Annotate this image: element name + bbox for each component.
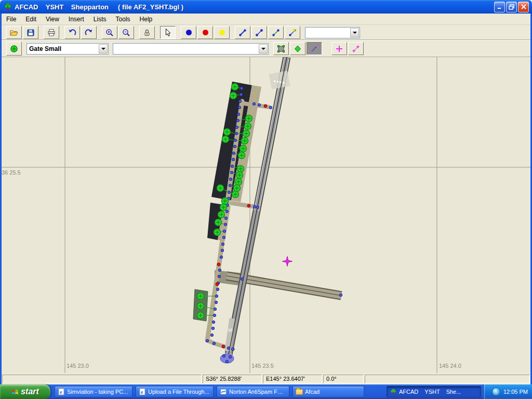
task-upload[interactable]: e Upload a File Through... bbox=[136, 386, 214, 397]
menu-insert[interactable]: Insert bbox=[64, 15, 89, 24]
taxi-node[interactable] bbox=[220, 256, 222, 258]
measure-tool-button[interactable] bbox=[348, 42, 364, 55]
parking-gate[interactable] bbox=[237, 166, 244, 172]
parking-gate[interactable] bbox=[243, 130, 250, 137]
titlebar[interactable]: AFCAD YSHT Shepparton ( file AF2_YSHT.bg… bbox=[0, 0, 532, 14]
task-afcad-active[interactable]: AFCAD YSHT She... bbox=[387, 386, 481, 397]
red-node-tool-button[interactable] bbox=[197, 26, 213, 39]
taxi-node[interactable] bbox=[232, 152, 235, 154]
redo-button[interactable] bbox=[81, 26, 97, 39]
zoom-out-button[interactable] bbox=[118, 26, 134, 39]
taxi-node[interactable] bbox=[225, 360, 228, 363]
taxi-node[interactable] bbox=[229, 184, 231, 187]
taxi-node[interactable] bbox=[232, 158, 234, 161]
parking-gate[interactable] bbox=[232, 84, 238, 90]
taxi-node[interactable] bbox=[235, 126, 238, 128]
gate-tool-button[interactable] bbox=[6, 42, 22, 56]
parking-gate[interactable] bbox=[222, 198, 229, 205]
taxi-node[interactable] bbox=[236, 119, 239, 122]
parking-gate[interactable] bbox=[197, 312, 204, 319]
parking-gate[interactable] bbox=[230, 92, 237, 99]
minimize-button[interactable] bbox=[494, 2, 505, 12]
taxi-node[interactable] bbox=[235, 132, 237, 135]
taxi-node[interactable] bbox=[218, 269, 221, 271]
taxi-node[interactable] bbox=[212, 321, 215, 323]
parking-gate[interactable] bbox=[240, 145, 247, 152]
taxi-node[interactable] bbox=[211, 327, 214, 329]
task-afcad-folder[interactable]: Afcad bbox=[292, 386, 364, 397]
menu-lists[interactable]: Lists bbox=[89, 15, 111, 24]
menu-tools[interactable]: Tools bbox=[111, 15, 135, 24]
gate-name-combobox[interactable] bbox=[113, 43, 269, 55]
parking-gate[interactable] bbox=[220, 204, 227, 211]
taxi-node[interactable] bbox=[226, 204, 229, 206]
hold-node[interactable] bbox=[217, 263, 220, 266]
taxi-node[interactable] bbox=[216, 288, 219, 290]
taxi-node[interactable] bbox=[221, 249, 223, 251]
link-tool-2-button[interactable] bbox=[251, 26, 267, 39]
task-norton[interactable]: Norton AntiSpam Fold... bbox=[217, 386, 289, 397]
taxi-node[interactable] bbox=[258, 103, 260, 106]
vertex-tool-button[interactable] bbox=[290, 42, 305, 55]
taxi-node[interactable] bbox=[221, 243, 224, 245]
link-tool-1-button[interactable] bbox=[235, 26, 250, 39]
taxi-node[interactable] bbox=[241, 277, 243, 280]
taxi-node[interactable] bbox=[223, 230, 225, 232]
task-simviation[interactable]: e Simviation - taking PC... bbox=[55, 386, 132, 397]
open-button[interactable] bbox=[6, 26, 22, 39]
undo-button[interactable] bbox=[64, 26, 80, 39]
taxi-node[interactable] bbox=[229, 178, 232, 180]
select-pointer-button[interactable] bbox=[160, 26, 176, 39]
hold-node[interactable] bbox=[247, 204, 250, 207]
taxi-node[interactable] bbox=[256, 206, 259, 208]
parking-gate[interactable] bbox=[246, 115, 252, 122]
parking-gate[interactable] bbox=[235, 179, 242, 185]
parking-gate[interactable] bbox=[242, 138, 248, 144]
zoom-in-button[interactable] bbox=[102, 26, 117, 39]
taxi-node[interactable] bbox=[240, 87, 243, 89]
taxi-node[interactable] bbox=[252, 102, 255, 105]
menu-view[interactable]: View bbox=[41, 15, 64, 24]
taxi-node[interactable] bbox=[213, 314, 216, 316]
taxi-node[interactable] bbox=[240, 93, 242, 96]
taxi-node[interactable] bbox=[269, 106, 272, 109]
parking-gate[interactable] bbox=[236, 172, 243, 179]
lock-button[interactable] bbox=[139, 26, 155, 39]
parking-gate[interactable] bbox=[222, 136, 229, 143]
start-button[interactable]: start bbox=[0, 384, 50, 399]
gate-type-arrow-icon[interactable] bbox=[99, 44, 108, 54]
taxi-node[interactable] bbox=[253, 205, 256, 208]
taxi-node[interactable] bbox=[212, 342, 215, 344]
taxi-node[interactable] bbox=[233, 145, 236, 148]
hold-node[interactable] bbox=[264, 104, 267, 108]
airport-map-canvas[interactable]: 36 36 25.5 145 23.0 145 23.5 145 24.0 bbox=[0, 57, 532, 373]
gate-type-combobox[interactable]: Gate Small bbox=[26, 43, 109, 55]
taxi-node[interactable] bbox=[234, 139, 236, 141]
menu-edit[interactable]: Edit bbox=[21, 15, 41, 24]
taxi-node[interactable] bbox=[218, 275, 220, 277]
taxi-node[interactable] bbox=[231, 348, 234, 350]
taxi-node[interactable] bbox=[210, 334, 213, 336]
taxi-node[interactable] bbox=[224, 223, 227, 225]
hold-node[interactable] bbox=[216, 283, 219, 286]
parking-gate[interactable] bbox=[218, 211, 225, 218]
taxi-node[interactable] bbox=[227, 197, 230, 200]
menu-help[interactable]: Help bbox=[135, 15, 157, 24]
combo-dropdown-arrow-icon[interactable] bbox=[350, 28, 359, 37]
close-button[interactable] bbox=[518, 2, 529, 12]
taxi-node[interactable] bbox=[225, 210, 228, 212]
print-button[interactable] bbox=[44, 26, 59, 39]
object-select-combobox[interactable] bbox=[305, 27, 360, 38]
taxi-node[interactable] bbox=[214, 308, 216, 310]
parking-gate[interactable] bbox=[238, 152, 245, 159]
link-tool-green-button[interactable] bbox=[268, 26, 284, 39]
parking-gate[interactable] bbox=[197, 303, 204, 310]
taxi-node[interactable] bbox=[222, 354, 225, 357]
parking-gate[interactable] bbox=[232, 191, 239, 198]
parking-gate[interactable] bbox=[224, 129, 231, 136]
taxi-node[interactable] bbox=[228, 191, 230, 193]
parking-gate[interactable] bbox=[217, 185, 224, 192]
taxi-node[interactable] bbox=[231, 165, 233, 167]
parking-gate[interactable] bbox=[215, 219, 222, 226]
link-insert-node-button[interactable] bbox=[285, 26, 300, 39]
